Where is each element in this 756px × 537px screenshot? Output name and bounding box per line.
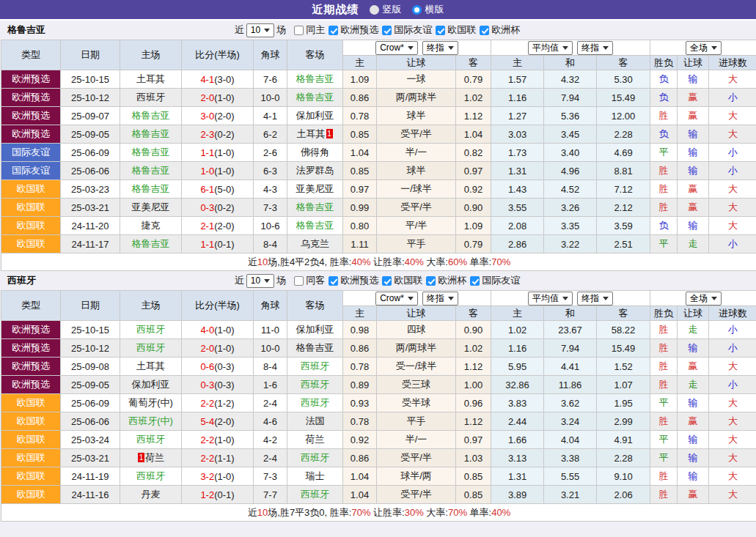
radio-vertical-layout[interactable]: 竖版 bbox=[370, 3, 402, 16]
matches-count-select[interactable]: 10 bbox=[246, 274, 274, 288]
league-filter-checkbox[interactable] bbox=[436, 26, 445, 35]
matches-count-select[interactable]: 10 bbox=[246, 23, 274, 37]
corner-count: 4-2 bbox=[254, 431, 287, 449]
average-group-header: 平均值终指 bbox=[491, 40, 650, 56]
avg-time-select[interactable]: 终指 bbox=[577, 41, 613, 55]
team-label: 捷克 bbox=[142, 220, 161, 231]
league-type-badge: 欧国联 bbox=[1, 235, 61, 253]
full-time-score: 0-3 bbox=[200, 379, 214, 390]
full-time-score: 2-2 bbox=[200, 434, 214, 445]
away-team-cell: 保加利亚 bbox=[287, 107, 343, 125]
same-venue-checkbox[interactable] bbox=[294, 26, 304, 35]
radio-vertical-icon[interactable] bbox=[370, 5, 379, 15]
match-date: 25-10-15 bbox=[61, 321, 120, 339]
red-card-badge: 1 bbox=[326, 129, 333, 138]
league-filter-checkbox[interactable] bbox=[470, 276, 480, 286]
team-label: 法罗群岛 bbox=[296, 165, 334, 176]
avg-away-odds: 4.69 bbox=[597, 144, 650, 162]
home-odds: 0.78 bbox=[343, 107, 377, 125]
match-row: 欧国联25-03-24西班牙2-2(1-0)4-2荷兰0.92半/一0.971.… bbox=[1, 431, 756, 449]
handicap-result: 走 bbox=[678, 376, 709, 394]
scope-select[interactable]: 全场 bbox=[686, 41, 722, 55]
half-time-score: (0-2) bbox=[214, 202, 234, 213]
corner-count: 10-0 bbox=[254, 89, 287, 107]
away-odds: 0.97 bbox=[456, 431, 491, 449]
home-odds: 1.09 bbox=[343, 70, 377, 89]
sub-column-header: 主 bbox=[343, 306, 377, 321]
away-odds: 1.12 bbox=[456, 412, 491, 431]
handicap-line: 平/半 bbox=[377, 217, 456, 235]
odds-time-select[interactable]: 终指 bbox=[422, 41, 458, 55]
league-filter-checkbox[interactable] bbox=[426, 276, 436, 286]
column-header: 角球 bbox=[254, 291, 287, 321]
handicap-result: 输 bbox=[678, 144, 709, 162]
win-lose-result: 平 bbox=[650, 449, 678, 467]
team-label: 格鲁吉亚 bbox=[296, 342, 334, 353]
league-type-badge: 欧国联 bbox=[1, 394, 61, 412]
avg-away-odds: 5.30 bbox=[597, 70, 650, 89]
avg-home-odds: 3.13 bbox=[491, 449, 544, 467]
away-odds: 0.92 bbox=[456, 180, 491, 199]
avg-source-select[interactable]: 平均值 bbox=[528, 292, 573, 305]
half-time-score: (3-0) bbox=[214, 74, 234, 85]
team-label: 丹麦 bbox=[142, 489, 161, 500]
match-row: 欧国联25-03-21亚美尼亚0-3(0-2)7-3格鲁吉亚0.99受平/半0.… bbox=[1, 199, 756, 217]
handicap-line: 半/一 bbox=[377, 144, 456, 162]
scope-select[interactable]: 全场 bbox=[686, 292, 722, 305]
score-cell: 2-2(1-1) bbox=[182, 449, 254, 467]
handicap-line: 半/一 bbox=[377, 431, 456, 449]
team-label: 西班牙 bbox=[136, 92, 165, 103]
home-team-cell: 土耳其 bbox=[120, 358, 182, 376]
league-filter-label: 欧洲杯 bbox=[438, 274, 466, 287]
match-date: 24-11-17 bbox=[61, 235, 120, 253]
avg-home-odds: 5.95 bbox=[491, 358, 544, 376]
odds-time-select[interactable]: 终指 bbox=[422, 292, 458, 305]
avg-source-select[interactable]: 平均值 bbox=[528, 41, 573, 55]
score-cell: 4-0(1-0) bbox=[182, 321, 254, 339]
league-filter-checkbox[interactable] bbox=[480, 26, 489, 35]
same-venue-checkbox[interactable] bbox=[294, 276, 304, 286]
avg-draw-odds: 3.45 bbox=[544, 125, 597, 144]
avg-draw-odds: 3.40 bbox=[544, 144, 597, 162]
avg-home-odds: 1.73 bbox=[491, 144, 544, 162]
league-filter-label: 欧洲杯 bbox=[491, 23, 520, 37]
win-lose-result: 胜 bbox=[650, 199, 678, 217]
avg-home-odds: 3.83 bbox=[491, 394, 544, 412]
radio-horizontal-layout[interactable]: 横版 bbox=[412, 3, 444, 16]
win-lose-result: 平 bbox=[650, 431, 678, 449]
league-filter-checkbox[interactable] bbox=[329, 26, 338, 35]
radio-horizontal-icon[interactable] bbox=[412, 5, 422, 15]
sub-column-header: 客 bbox=[456, 306, 491, 321]
match-date: 25-09-05 bbox=[61, 125, 120, 144]
results-table: 类型日期主场比分(半场)角球客场Crow*终指平均值终指全场主让球客主和客胜负让… bbox=[1, 40, 756, 271]
league-type-badge: 国际友谊 bbox=[1, 162, 61, 180]
avg-home-odds: 1.43 bbox=[491, 180, 544, 199]
league-filter-checkbox[interactable] bbox=[329, 276, 338, 286]
full-time-score: 2-0 bbox=[200, 92, 214, 103]
home-odds: 0.97 bbox=[343, 180, 377, 199]
handicap-result: 赢 bbox=[678, 89, 709, 107]
home-team-cell: 格鲁吉亚 bbox=[120, 180, 182, 199]
team-label: 西班牙(中) bbox=[128, 415, 173, 426]
odds-source-select[interactable]: Crow* bbox=[375, 41, 418, 55]
avg-source-select-value: 平均值 bbox=[532, 42, 559, 54]
summary-segment: 单率: bbox=[467, 256, 491, 267]
home-team-cell: 西班牙 bbox=[120, 431, 182, 449]
full-time-score: 2-2 bbox=[200, 398, 214, 409]
away-odds: 0.90 bbox=[456, 321, 491, 339]
match-date: 25-10-15 bbox=[61, 70, 120, 89]
match-date: 25-09-05 bbox=[61, 376, 120, 394]
away-odds: 1.02 bbox=[456, 339, 491, 358]
league-filter-checkbox[interactable] bbox=[382, 276, 392, 286]
odds-source-select[interactable]: Crow* bbox=[375, 292, 418, 305]
home-team-cell: 西班牙 bbox=[120, 467, 182, 486]
avg-draw-odds: 3.21 bbox=[544, 486, 597, 504]
score-cell: 2-3(0-2) bbox=[182, 125, 254, 144]
score-cell: 1-0(1-0) bbox=[182, 162, 254, 180]
league-filter-checkbox[interactable] bbox=[382, 26, 392, 35]
home-odds: 0.85 bbox=[343, 162, 377, 180]
avg-time-select[interactable]: 终指 bbox=[577, 292, 613, 305]
handicap-line: 受平/半 bbox=[377, 486, 456, 504]
home-team-cell: 亚美尼亚 bbox=[120, 199, 182, 217]
full-time-score: 2-2 bbox=[200, 453, 214, 464]
